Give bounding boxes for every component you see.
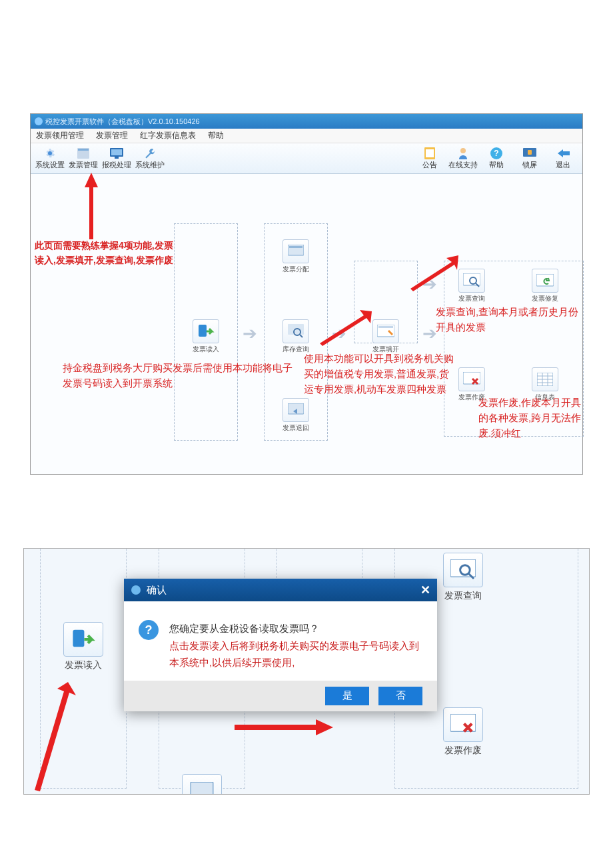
svg-rect-12 [199,325,207,337]
svg-point-7 [460,148,466,153]
clipboard-icon [423,147,436,159]
invoice-read-in[interactable]: 发票读入 [191,319,221,354]
invoice-distribution[interactable]: 发票分配 [281,239,310,274]
invoice-manage-button[interactable]: 发票管理 [67,146,100,171]
window-title: 税控发票开票软件（金税盘板）V2.0.10.150426 [45,117,200,127]
help-button[interactable]: ?帮助 [480,146,513,171]
svg-rect-36 [450,714,476,731]
system-maintain-button[interactable]: 系统维护 [133,146,167,171]
svg-rect-37 [191,782,213,795]
svg-line-17 [300,335,303,337]
svg-rect-1 [78,149,89,151]
svg-rect-6 [426,149,434,157]
back-icon [556,147,570,159]
lock-icon [523,147,536,159]
menu-item[interactable]: 发票管理 [96,130,128,141]
svg-rect-14 [289,246,303,248]
annotation-query: 发票查询,查询本月或者历史月份开具的发票 [436,305,582,335]
online-support-button[interactable]: 在线支持 [446,146,480,171]
invoice-query[interactable]: 发票查询 [440,553,486,602]
monitor-icon [110,147,123,159]
dialog-icon [131,585,141,595]
dialog-buttons: 是 否 [124,681,437,711]
app-icon [35,117,43,125]
gear-icon [43,147,57,159]
svg-rect-4 [115,157,119,159]
red-arrow-icon [406,251,464,291]
dialog-message: 您确定要从金税设备读取发票吗？ 点击发票读入后将到税务机关购买的发票电子号码读入… [169,620,422,671]
dialog-title: 确认 [147,584,167,597]
red-arrow-icon [316,307,376,347]
exit-button[interactable]: 退出 [546,146,580,171]
invoice-read-in[interactable]: 发票读入 [60,622,107,671]
red-arrow-icon [81,173,101,239]
annotation-void: 发票作废,作废本月开具的各种发票,跨月无法作废.须冲红 [478,395,588,442]
invoice-repair[interactable]: 发票修复 [530,269,560,303]
annotation-fill: 使用本功能可以开具到税务机关购买的增值税专用发票,普通发票,货运专用发票,机动车… [304,351,458,398]
stock-query[interactable]: 库存查询 [281,319,310,354]
close-icon[interactable]: ✕ [420,583,430,597]
annotation-read-in: 持金税盘到税务大厅购买发票后需使用本功能将电子发票号码读入到开票系统 [63,361,300,391]
workflow-canvas: 发票读入 发票分配 库存查询 发票退回 发票填开 发票查询 发票修复 发票作废 … [31,174,582,474]
tax-report-button[interactable]: 报税处理 [100,146,133,171]
dialog-titlebar: 确认 ✕ [124,579,437,601]
grid-icon [77,147,90,159]
arrow-icon: ➔ [243,323,257,344]
annotation-top-left: 此页面需要熟练掌握4项功能,发票读入,发票填开,发票查询,发票作废 [35,238,177,268]
confirm-dialog: 确认 ✕ ? 您确定要从金税设备读取发票吗？ 点击发票读入后将到税务机关购买的发… [124,579,437,711]
svg-rect-32 [73,630,84,647]
svg-text:?: ? [494,149,498,158]
help-icon: ? [490,147,503,159]
flow-icon-partial [179,774,225,795]
window-titlebar: 税控发票开票软件（金税盘板）V2.0.10.150426 [31,114,582,129]
svg-rect-25 [463,372,480,384]
system-settings-button[interactable]: 系统设置 [33,146,67,171]
menu-item[interactable]: 发票领用管理 [36,130,84,141]
menu-item[interactable]: 红字发票信息表 [140,130,196,141]
wrench-icon [143,147,157,159]
notice-button[interactable]: 公告 [413,146,446,171]
svg-point-38 [131,585,141,595]
invoice-return[interactable]: 发票退回 [281,398,310,433]
lock-button[interactable]: 锁屏 [513,146,546,171]
question-icon: ? [139,620,159,640]
invoice-void[interactable]: 发票作废 [440,707,486,757]
no-button[interactable]: 否 [378,687,422,705]
yes-button[interactable]: 是 [325,687,369,705]
app-window-screenshot-2: 发票读入 发票查询 发票作废 确认 ✕ ? 您确定要从金税设备读取发票吗？ 点击… [23,548,590,795]
menubar: 发票领用管理 发票管理 红字发票信息表 帮助 [31,129,582,143]
person-icon [456,147,470,159]
svg-rect-11 [528,150,532,155]
menu-item[interactable]: 帮助 [208,130,224,141]
arrow-icon: ➔ [422,323,437,344]
svg-rect-3 [111,149,122,155]
app-window-screenshot-1: 税控发票开票软件（金税盘板）V2.0.10.150426 发票领用管理 发票管理… [30,113,583,475]
red-arrow-icon [28,679,81,793]
svg-rect-20 [378,326,393,328]
toolbar: 系统设置 发票管理 报税处理 系统维护 公告 在线支持 ?帮助 锁屏 退出 [31,143,582,174]
red-arrow-icon [235,719,334,735]
